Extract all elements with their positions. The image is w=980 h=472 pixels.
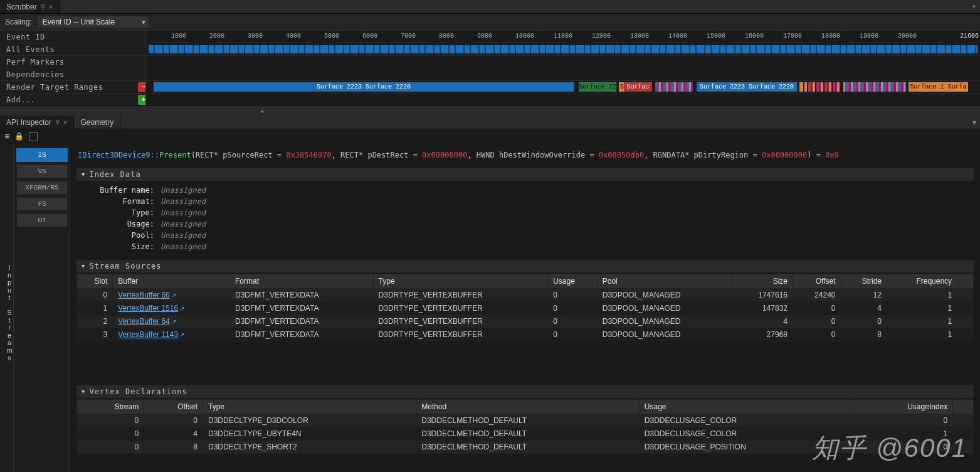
tick: 18000 — [821, 33, 840, 40]
section-stream-sources[interactable]: ▼Stream Sources — [76, 260, 974, 272]
tab-api-inspector[interactable]: API Inspector ⚲ × — [0, 115, 74, 129]
col-header[interactable]: Type — [373, 274, 548, 289]
track-add — [145, 94, 980, 105]
col-header[interactable]: Format — [230, 274, 374, 289]
col-header[interactable]: Usage — [548, 274, 598, 289]
track-rtr[interactable]: Surface 2223 Surface 2220 Surface 22 S S… — [145, 81, 980, 93]
api-call-line: IDirect3DDevice9::Present(RECT* pSourceR… — [76, 148, 974, 162]
stage-button-fs[interactable]: FS — [16, 197, 68, 211]
track-deps[interactable] — [145, 68, 980, 80]
inspector-toolbar: ⊞ 🔒 — [0, 129, 980, 144]
square-icon[interactable] — [29, 132, 38, 141]
rtr-bar-stripe1[interactable] — [655, 82, 693, 92]
rtr-bar-stripe2[interactable] — [804, 82, 841, 92]
tick: 16000 — [745, 33, 764, 40]
close-icon[interactable]: × — [49, 3, 53, 11]
table-row[interactable]: 3VertexBuffer 1143↗D3DFMT_VERTEXDATAD3DR… — [77, 328, 974, 341]
col-header[interactable]: UsageIndex — [855, 400, 953, 414]
scroll-left-icon[interactable]: ◂ — [260, 107, 264, 116]
section-index-data[interactable]: ▼Index Data — [76, 168, 974, 181]
col-header[interactable]: Frequency — [887, 274, 957, 289]
tab-geometry[interactable]: Geometry — [74, 115, 120, 129]
close-icon[interactable]: × — [63, 119, 67, 126]
kv-key: Format — [85, 196, 154, 207]
table-row[interactable]: 00D3DDECLTYPE_D3DCOLORD3DDECLMETHOD_DEFA… — [77, 414, 974, 427]
tab-api-label: API Inspector — [6, 118, 51, 127]
stage-button-is[interactable]: IS — [16, 148, 68, 162]
panel-options-icon[interactable]: ▾ — [972, 2, 980, 11]
stage-column: ISVSXFORM/RSFSOT — [14, 144, 70, 472]
col-header[interactable]: Type — [203, 400, 416, 414]
tick: 1000 — [171, 33, 186, 40]
lock-icon[interactable]: 🔒 — [14, 132, 24, 141]
stage-button-xformrs[interactable]: XFORM/RS — [16, 181, 68, 195]
table-row[interactable]: 2VertexBuffer 64↗D3DFMT_VERTEXDATAD3DRTY… — [77, 315, 974, 328]
scrubber-tabbar: Scrubber ⚲ × ▾ — [0, 0, 980, 14]
kv-val: Unassigned — [161, 207, 206, 218]
col-header[interactable]: Slot — [77, 274, 113, 289]
rtr-bar-stripe3[interactable] — [843, 82, 906, 92]
inspector-tabbar: API Inspector ⚲ × Geometry ▾ — [0, 115, 980, 129]
stage-button-vs[interactable]: VS — [16, 164, 68, 178]
rtr-bar-4[interactable]: Surface 2223 Surface 2220 — [697, 82, 797, 92]
label-event-id: Event ID — [0, 33, 145, 41]
scaling-value: Event ID -- Unit Scale — [43, 18, 115, 26]
rtr-bar-3[interactable]: Surfac — [624, 82, 652, 92]
panel-options-icon[interactable]: ▾ — [972, 118, 980, 127]
scaling-label: Scaling: — [5, 18, 32, 26]
tick: 4000 — [286, 33, 301, 40]
vertical-label: Input Streams — [0, 144, 14, 472]
rtr-bar-1[interactable]: Surface 2223 Surface 2220 — [154, 82, 574, 92]
buffer-link[interactable]: VertexBuffer 1516 — [118, 304, 178, 313]
buffer-link[interactable]: VertexBuffer 64 — [118, 317, 170, 326]
kv-key: Buffer name — [85, 185, 154, 196]
tree-icon[interactable]: ⊞ — [5, 132, 9, 141]
col-header[interactable]: Stride — [841, 274, 887, 289]
tick: 8000 — [439, 33, 454, 40]
pin-icon[interactable]: ⚲ — [41, 3, 45, 10]
col-header[interactable]: Pool — [597, 274, 732, 289]
pin-icon[interactable]: ⚲ — [55, 119, 60, 126]
collapse-icon[interactable]: ▼ — [82, 171, 85, 178]
col-header[interactable]: Offset — [144, 400, 203, 414]
external-link-icon[interactable]: ↗ — [171, 292, 176, 299]
tick-axis[interactable]: 21606 1000200030004000500060007000800090… — [145, 31, 980, 43]
col-header[interactable]: Stream — [77, 400, 144, 414]
watermark: 知乎 @6001 — [812, 431, 967, 466]
label-add[interactable]: Add... — [0, 95, 138, 104]
track-perf[interactable] — [145, 56, 980, 68]
col-header[interactable]: Size — [732, 274, 793, 289]
row-perf: Perf Markers — [0, 55, 980, 68]
scaling-dropdown[interactable]: Event ID -- Unit Scale — [37, 16, 150, 28]
track-all-events[interactable] — [145, 43, 980, 55]
tick: 19000 — [860, 33, 878, 40]
table-row[interactable]: 1VertexBuffer 1516↗D3DFMT_VERTEXDATAD3DR… — [77, 302, 974, 315]
external-link-icon[interactable]: ↗ — [179, 305, 184, 312]
scrubber-hscroll[interactable]: ◂ — [0, 105, 980, 115]
inspector-body: Input Streams ISVSXFORM/RSFSOT IDirect3D… — [0, 144, 980, 472]
rtr-bar-2[interactable]: Surface 22 — [579, 82, 616, 92]
external-link-icon[interactable]: ↗ — [179, 331, 184, 338]
table-row[interactable]: 0VertexBuffer 66↗D3DFMT_VERTEXDATAD3DRTY… — [77, 289, 974, 302]
tab-scrubber[interactable]: Scrubber ⚲ × — [0, 0, 60, 13]
collapse-icon[interactable]: ▼ — [82, 263, 85, 269]
index-data-grid: Buffer nameUnassignedFormatUnassignedTyp… — [76, 181, 974, 254]
kv-val: Unassigned — [161, 196, 206, 207]
section-vertex-decl[interactable]: ▼Vertex Declarations — [76, 385, 974, 398]
external-link-icon[interactable]: ↗ — [171, 318, 176, 325]
col-header[interactable]: Offset — [793, 274, 841, 289]
stage-button-ot[interactable]: OT — [16, 213, 68, 227]
col-header[interactable]: Method — [416, 400, 640, 414]
tick: 12000 — [592, 33, 611, 40]
kv-key: Size — [85, 241, 154, 252]
rtr-bar-sep[interactable] — [799, 82, 803, 92]
col-header[interactable]: Buffer — [113, 274, 230, 289]
col-header[interactable]: Usage — [639, 400, 855, 414]
collapse-icon[interactable]: ▼ — [82, 389, 85, 395]
row-deps: Dependencies — [0, 68, 980, 80]
label-rtr: Render Target Ranges — [0, 83, 138, 92]
buffer-link[interactable]: VertexBuffer 1143 — [118, 330, 178, 339]
rtr-bar-5[interactable]: Surface 1 Surfa — [909, 82, 968, 92]
tick: 7000 — [401, 33, 416, 40]
buffer-link[interactable]: VertexBuffer 66 — [118, 291, 170, 299]
